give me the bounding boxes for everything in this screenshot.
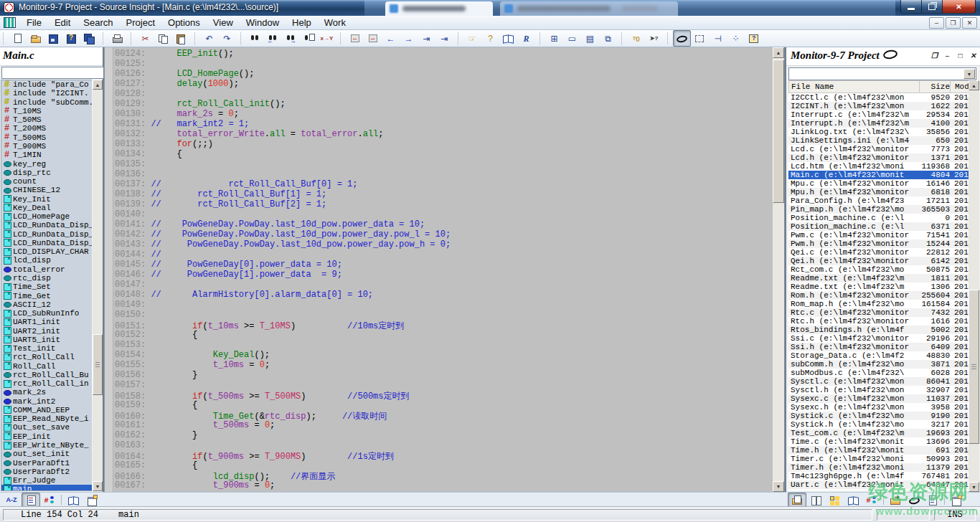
file-row[interactable]: Lcd.c (e:\lm4f232\monitor77732013 <box>788 145 970 153</box>
symbol-types-button[interactable] <box>40 493 59 507</box>
help-topic-button[interactable]: ? <box>481 30 499 47</box>
mdi-close-button[interactable]: ✕ <box>962 17 977 29</box>
symbol-item[interactable]: rct_Roll_Call_Bu <box>1 371 92 379</box>
code-line[interactable]: 00129: rct_Roll_Call_init(); <box>115 99 773 109</box>
cascade-windows-button[interactable]: ⧉ <box>599 30 617 47</box>
scroll-down-arrow[interactable]: ▼ <box>773 481 784 492</box>
symbol-item[interactable]: count <box>1 177 92 186</box>
file-row[interactable]: Sysexc.c (e:\lm4f232\mon110372013 <box>788 394 970 403</box>
symbol-item[interactable]: UART1_init <box>1 318 92 326</box>
file-row[interactable]: subModbus.c (e:\lm4f232\60282013 <box>788 369 970 377</box>
jump-to-reference-button[interactable]: ⇥ <box>435 30 453 47</box>
redo-button[interactable]: ↷ <box>218 30 236 47</box>
symbol-item[interactable]: LCD_RunData_Disp_ <box>1 230 92 239</box>
code-line[interactable]: 00130: mark_2s = 0; <box>115 109 773 119</box>
code-line[interactable]: 00156: } <box>115 370 773 380</box>
file-row[interactable]: Systick.c (e:\lm4f232\mo91902013 <box>788 412 970 420</box>
code-line[interactable]: 00162: } <box>115 430 773 440</box>
replace-button[interactable]: x→Y <box>318 30 336 47</box>
context-window-button[interactable]: ☞ <box>463 30 481 47</box>
resync-project-button[interactable] <box>673 30 691 47</box>
file-row[interactable]: Mpu.c (e:\lm4f232\monitor161462013 <box>788 179 970 188</box>
code-line[interactable]: 00160: Time_Get(&rtc_disp); //读取时间 <box>115 410 773 420</box>
code-editor[interactable]: 00124: EEP_init();00125: 00126: LCD_Home… <box>104 47 773 492</box>
open-button[interactable] <box>27 30 44 47</box>
symbol-item[interactable]: rct_Roll_Call <box>1 353 92 361</box>
symbol-item[interactable]: T_10MS <box>1 107 92 115</box>
paste-button[interactable] <box>172 30 190 47</box>
symbol-item[interactable]: Err_Judge <box>1 476 92 485</box>
symbol-item[interactable]: Time_Set <box>1 283 92 291</box>
code-line[interactable]: 00154: Key_Deal(); <box>115 350 773 360</box>
save-as-button[interactable] <box>62 30 80 47</box>
symbol-item[interactable]: out_set_init <box>1 450 92 458</box>
code-line[interactable]: 00138: // rct_Roll_Call_Buf[1] = 1; <box>115 189 773 199</box>
code-line[interactable]: 00124: EEP_init(); <box>115 49 773 59</box>
symbol-item[interactable]: lcd_disp <box>1 256 92 265</box>
code-line[interactable]: 00150: <box>115 310 773 320</box>
restore-button[interactable] <box>922 0 943 14</box>
column-file-name[interactable]: File Name <box>789 81 920 92</box>
symbol-types-button[interactable] <box>862 493 881 507</box>
file-row[interactable]: Systick.h (e:\lm4f232\mo32172013 <box>788 420 970 429</box>
scrollbar-thumb[interactable] <box>773 60 784 203</box>
file-row[interactable]: Rct_com.c (e:\lm4f232\mo508752013 <box>788 265 970 274</box>
code-line[interactable]: 00165: { <box>115 460 773 470</box>
file-row[interactable]: Time.c (e:\lm4f232\monit136962013 <box>788 437 970 446</box>
symbol-item[interactable]: Key_Init <box>1 194 92 203</box>
symbol-item[interactable]: Key_Deal <box>1 204 92 212</box>
panel-dock-button[interactable]: ❐ <box>929 50 940 60</box>
scroll-up-arrow[interactable]: ▲ <box>93 80 103 90</box>
menu-view[interactable]: View <box>207 16 240 29</box>
help-window-button[interactable] <box>745 30 763 47</box>
print-button[interactable] <box>108 30 126 47</box>
symbol-item[interactable]: T_50MS <box>1 115 92 124</box>
symbol-info-button[interactable]: ?() <box>627 30 645 47</box>
column-size[interactable]: Size <box>920 81 951 92</box>
code-line[interactable]: 00139: // rct_Roll_Call_Buf[2] = 1; <box>115 199 773 209</box>
file-row[interactable]: Main.c (e:\lm4f232\monit48042013 <box>788 171 970 179</box>
combo-dropdown-arrow[interactable]: ▼ <box>963 69 975 79</box>
scroll-up-arrow[interactable]: ▲ <box>773 47 784 58</box>
file-row[interactable]: Rom.h (e:\lm4f232\monitor2556042013 <box>788 291 970 300</box>
link-next-button[interactable] <box>364 30 382 47</box>
symbol-item[interactable]: LCD_SubRunInfo <box>1 309 92 318</box>
symbol-item[interactable]: include "subComm. <box>1 98 92 107</box>
code-line[interactable]: 00143: // PowGeneDay.PowDay.last_10d_pow… <box>115 239 773 250</box>
code-line[interactable]: 00131: // mark_int2 = 1; <box>115 119 773 129</box>
code-line[interactable]: 00166: lcd_disp(); //界面显示 <box>115 470 773 480</box>
file-row[interactable]: JLinkLog.txt (e:\lm4f232\358562013 <box>788 128 970 136</box>
symbol-filter-input[interactable] <box>1 67 104 79</box>
symbol-item[interactable]: include "para_Co <box>1 80 92 89</box>
save-all-button[interactable] <box>80 30 98 47</box>
file-row[interactable]: Timer.c (e:\lm4f232\moni509932013 <box>788 455 970 463</box>
file-row[interactable]: Rtc.h (e:\lm4f232\monitor16162013 <box>788 317 970 326</box>
symbol-item[interactable]: rtc_disp <box>1 274 92 283</box>
file-row[interactable]: Pin_map.h (e:\lm4f232\mo3655032013 <box>788 205 970 214</box>
symbol-item[interactable]: T_900MS <box>1 142 92 151</box>
copy-button[interactable] <box>154 30 172 47</box>
file-row[interactable]: Pwm.h (e:\lm4f232\monitor152442013 <box>788 239 970 248</box>
properties-button[interactable] <box>83 493 101 507</box>
code-line[interactable]: 00164: if(t_900ms >= T_900MS) //1s定时到 <box>115 450 773 460</box>
code-line[interactable]: 00146: // PowGeneDay[1].power_data = 9; <box>115 270 773 280</box>
find-button[interactable] <box>246 30 264 47</box>
sort-alphabetic-button[interactable] <box>3 493 22 507</box>
go-forward-button[interactable]: → <box>400 30 418 47</box>
file-name-combo[interactable]: ▼ <box>788 67 976 80</box>
code-line[interactable]: 00125: <box>115 59 773 69</box>
menu-project[interactable]: Project <box>120 16 161 29</box>
file-row[interactable]: Interrupt.c (e:\lm4f232\m295342013 <box>788 110 970 119</box>
project-list-scrollbar[interactable]: ▲ ▼ <box>969 80 979 492</box>
search-forward-button[interactable] <box>282 30 300 47</box>
one-window-button[interactable]: ▭ <box>563 30 581 47</box>
menu-help[interactable]: Help <box>286 16 318 29</box>
file-row[interactable]: Rtos_bindings.h (e:\lm4f50022013 <box>788 326 970 334</box>
symbol-item[interactable]: T_200MS <box>1 124 92 133</box>
symbol-item[interactable]: mark_int2 <box>1 397 92 406</box>
symbol-item[interactable]: disp_rtc <box>1 169 92 177</box>
symbol-item[interactable]: UART2_init <box>1 326 92 335</box>
symbol-item[interactable]: total_error <box>1 265 92 274</box>
symbol-item[interactable]: EEP_init <box>1 432 92 441</box>
symbol-item[interactable]: UserParaDft2 <box>1 468 92 476</box>
